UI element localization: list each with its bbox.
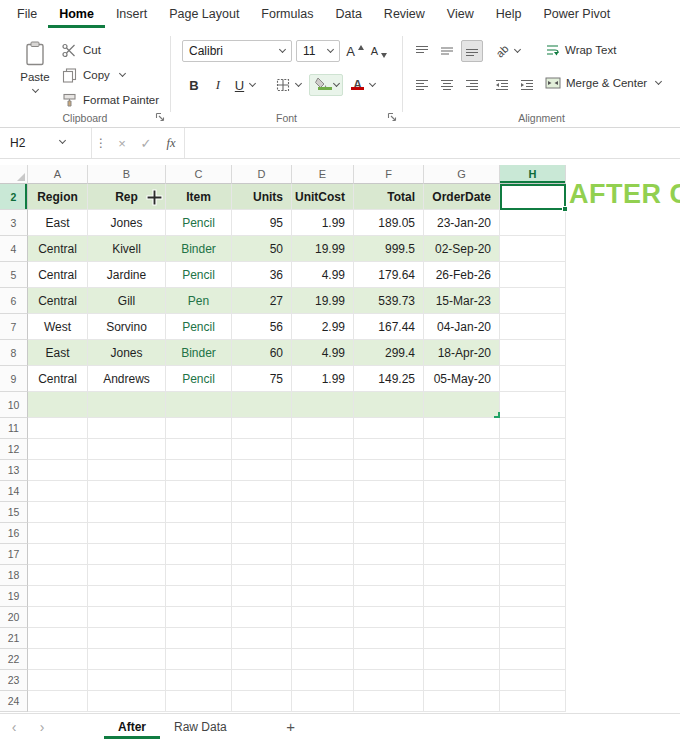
italic-button[interactable]: I <box>207 74 229 96</box>
cell-A10[interactable] <box>28 392 88 418</box>
row-header-4[interactable]: 4 <box>0 236 28 262</box>
table-resize-handle[interactable] <box>494 412 500 418</box>
row-header-7[interactable]: 7 <box>0 314 28 340</box>
cell-D18[interactable] <box>232 565 292 586</box>
align-right-button[interactable] <box>461 74 483 96</box>
row-header-14[interactable]: 14 <box>0 481 28 502</box>
wrap-text-button[interactable]: Wrap Text <box>545 43 616 57</box>
cell-B6[interactable]: Gill <box>88 288 166 314</box>
cell-C10[interactable] <box>166 392 232 418</box>
cell-B17[interactable] <box>88 544 166 565</box>
cell-H15[interactable] <box>500 502 566 523</box>
cell-C18[interactable] <box>166 565 232 586</box>
cell-G12[interactable] <box>424 439 500 460</box>
enter-icon[interactable]: ✓ <box>134 136 158 151</box>
paste-button[interactable]: Paste <box>12 36 58 116</box>
add-sheet-button[interactable]: + <box>281 718 301 735</box>
cell-A11[interactable] <box>28 418 88 439</box>
cell-H8[interactable] <box>500 340 566 366</box>
row-header-6[interactable]: 6 <box>0 288 28 314</box>
copy-button[interactable]: Copy <box>62 65 125 85</box>
cell-G7[interactable]: 04-Jan-20 <box>424 314 500 340</box>
cell-A17[interactable] <box>28 544 88 565</box>
cell-D13[interactable] <box>232 460 292 481</box>
cell-F5[interactable]: 179.64 <box>354 262 424 288</box>
cell-C4[interactable]: Binder <box>166 236 232 262</box>
cell-C7[interactable]: Pencil <box>166 314 232 340</box>
cell-E23[interactable] <box>292 670 354 691</box>
cell-A2[interactable]: Region <box>28 184 88 210</box>
cell-F7[interactable]: 167.44 <box>354 314 424 340</box>
cell-H21[interactable] <box>500 628 566 649</box>
row-header-18[interactable]: 18 <box>0 565 28 586</box>
cell-B4[interactable]: Kivell <box>88 236 166 262</box>
column-header-b[interactable]: B <box>88 165 166 184</box>
ribbon-tab-review[interactable]: Review <box>373 0 436 28</box>
fill-handle[interactable] <box>562 206 568 212</box>
cell-A14[interactable] <box>28 481 88 502</box>
row-header-23[interactable]: 23 <box>0 670 28 691</box>
cell-C16[interactable] <box>166 523 232 544</box>
increase-indent-button[interactable] <box>516 74 538 96</box>
column-header-h[interactable]: H <box>500 165 566 184</box>
cell-A12[interactable] <box>28 439 88 460</box>
cell-E22[interactable] <box>292 649 354 670</box>
cell-H13[interactable] <box>500 460 566 481</box>
sheet-nav-prev-icon[interactable]: ‹ <box>0 719 28 735</box>
cell-H4[interactable] <box>500 236 566 262</box>
sheet-tab-raw-data[interactable]: Raw Data <box>160 714 241 739</box>
cell-A24[interactable] <box>28 691 88 712</box>
cell-E5[interactable]: 4.99 <box>292 262 354 288</box>
cell-G8[interactable]: 18-Apr-20 <box>424 340 500 366</box>
sheet-tab-after[interactable]: After <box>104 714 160 739</box>
cell-F4[interactable]: 999.5 <box>354 236 424 262</box>
cell-F9[interactable]: 149.25 <box>354 366 424 392</box>
cell-G15[interactable] <box>424 502 500 523</box>
row-header-9[interactable]: 9 <box>0 366 28 392</box>
cell-D3[interactable]: 95 <box>232 210 292 236</box>
ribbon-tab-help[interactable]: Help <box>485 0 533 28</box>
cell-D22[interactable] <box>232 649 292 670</box>
cell-E8[interactable]: 4.99 <box>292 340 354 366</box>
cell-G17[interactable] <box>424 544 500 565</box>
underline-button[interactable]: U <box>229 74 261 96</box>
cell-F8[interactable]: 299.4 <box>354 340 424 366</box>
cell-C14[interactable] <box>166 481 232 502</box>
selected-cell[interactable] <box>500 184 566 210</box>
cut-button[interactable]: Cut <box>62 40 101 60</box>
cell-E10[interactable] <box>292 392 354 418</box>
cell-B10[interactable] <box>88 392 166 418</box>
ribbon-tab-view[interactable]: View <box>436 0 485 28</box>
sheet-nav-next-icon[interactable]: › <box>28 719 56 735</box>
borders-button[interactable] <box>271 74 305 96</box>
cell-G6[interactable]: 15-Mar-23 <box>424 288 500 314</box>
ribbon-tab-insert[interactable]: Insert <box>105 0 158 28</box>
clipboard-dialog-launcher[interactable] <box>155 112 165 122</box>
cell-A3[interactable]: East <box>28 210 88 236</box>
font-color-button[interactable]: A <box>347 74 379 96</box>
column-header-d[interactable]: D <box>232 165 292 184</box>
cell-E9[interactable]: 1.99 <box>292 366 354 392</box>
cell-A19[interactable] <box>28 586 88 607</box>
cell-G16[interactable] <box>424 523 500 544</box>
cell-C24[interactable] <box>166 691 232 712</box>
cell-C11[interactable] <box>166 418 232 439</box>
cell-B22[interactable] <box>88 649 166 670</box>
cell-E6[interactable]: 19.99 <box>292 288 354 314</box>
insert-function-icon[interactable]: fx <box>158 136 184 151</box>
cell-H11[interactable] <box>500 418 566 439</box>
cell-D16[interactable] <box>232 523 292 544</box>
cell-A22[interactable] <box>28 649 88 670</box>
cell-F15[interactable] <box>354 502 424 523</box>
cell-G18[interactable] <box>424 565 500 586</box>
cell-F11[interactable] <box>354 418 424 439</box>
cell-F14[interactable] <box>354 481 424 502</box>
row-header-13[interactable]: 13 <box>0 460 28 481</box>
font-name-select[interactable]: Calibri <box>182 40 292 62</box>
row-header-12[interactable]: 12 <box>0 439 28 460</box>
cell-F18[interactable] <box>354 565 424 586</box>
cell-H5[interactable] <box>500 262 566 288</box>
cell-H6[interactable] <box>500 288 566 314</box>
cell-F3[interactable]: 189.05 <box>354 210 424 236</box>
column-header-g[interactable]: G <box>424 165 500 184</box>
